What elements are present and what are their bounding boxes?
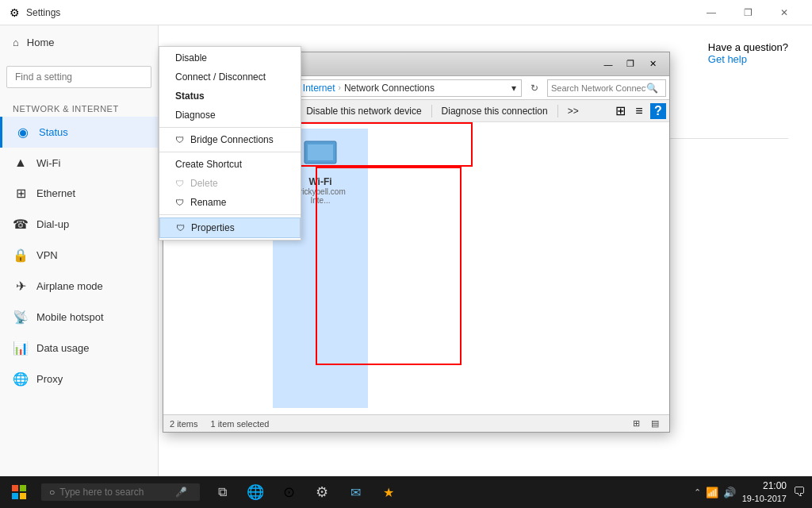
ctx-bridge[interactable]: 🛡 Bridge Connections <box>159 130 301 149</box>
search-input[interactable] <box>6 66 151 88</box>
nc-win-controls: — ❐ ✕ <box>596 56 663 73</box>
context-menu: Disable Connect / Disconnect Status Diag… <box>159 46 301 241</box>
sidebar-item-home[interactable]: ⌂ Home <box>0 25 158 60</box>
home-icon: ⌂ <box>13 37 19 48</box>
view-toggle2[interactable]: ≡ <box>631 103 647 119</box>
nc-refresh-button[interactable]: ↻ <box>525 79 544 98</box>
proxy-label: Proxy <box>36 373 63 385</box>
ctx-status[interactable]: Status <box>159 87 301 106</box>
chevron-icon[interactable]: ⌃ <box>694 487 701 498</box>
taskbar-mic-icon: 🎤 <box>175 487 187 498</box>
ctx-status-label: Status <box>175 90 205 102</box>
toolbar-sep3 <box>431 105 432 117</box>
ctx-sep2 <box>159 152 301 152</box>
sidebar-item-data-usage[interactable]: 📊 Data usage <box>0 333 158 364</box>
nc-minimize-button[interactable]: — <box>598 56 619 73</box>
nc-search-container: 🔍 <box>547 79 666 97</box>
taskbar: ○ 🎤 ⧉ 🌐 ⊙ ⚙ ✉ ★ ⌃ 📶 🔊 21:00 19-10-2017 🗨 <box>0 476 812 508</box>
settings-titlebar: ⚙ Settings — ❐ ✕ <box>0 0 812 25</box>
settings-maximize-button[interactable]: ❐ <box>730 0 766 25</box>
start-button[interactable] <box>0 476 38 508</box>
settings-icon[interactable]: ⚙ <box>306 476 338 508</box>
taskbar-search-input[interactable] <box>59 487 170 498</box>
system-time[interactable]: 21:00 19-10-2017 <box>742 479 787 505</box>
airplane-label: Airplane mode <box>36 280 103 292</box>
ctx-properties[interactable]: 🛡 Properties <box>159 217 301 238</box>
ethernet-icon: ⊞ <box>13 186 29 201</box>
mail-icon[interactable]: ✉ <box>339 476 371 508</box>
ctx-properties-shield: 🛡 <box>176 223 185 233</box>
ctx-rename[interactable]: 🛡 Rename <box>159 193 301 212</box>
nc-close-button[interactable]: ✕ <box>642 56 663 73</box>
sidebar-item-ethernet[interactable]: ⊞ Ethernet <box>0 178 158 209</box>
notification-button[interactable]: 🗨 <box>793 485 806 499</box>
sidebar-item-dialup[interactable]: ☎ Dial-up <box>0 209 158 240</box>
view-toggle1[interactable]: ⊞ <box>612 103 628 119</box>
disable-device-button[interactable]: Disable this network device <box>300 104 427 118</box>
ctx-rename-label: Rename <box>190 197 226 208</box>
ctx-shortcut[interactable]: Create Shortcut <box>159 155 301 174</box>
time-display: 21:00 <box>742 479 787 493</box>
ctx-connect[interactable]: Connect / Disconnect <box>159 67 301 87</box>
ctx-disable[interactable]: Disable <box>159 48 301 67</box>
edge-icon[interactable]: 🌐 <box>239 476 271 508</box>
svg-rect-8 <box>12 493 18 499</box>
ctx-rename-shield: 🛡 <box>175 198 184 207</box>
nc-view-controls: ⊞ ≡ ? <box>612 103 666 119</box>
sidebar-item-vpn[interactable]: 🔒 VPN <box>0 240 158 271</box>
sidebar-item-status[interactable]: ◉ Status <box>0 117 158 148</box>
hotspot-icon: 📡 <box>13 310 29 325</box>
data-label: Data usage <box>36 342 90 354</box>
taskview-button[interactable]: ⧉ <box>206 476 238 508</box>
help-button[interactable]: ? <box>650 103 666 119</box>
more-button[interactable]: >> <box>561 104 585 118</box>
settings-win-controls: — ❐ ✕ <box>693 0 802 25</box>
wifi-detail1: Trickybell.com <box>295 187 346 196</box>
svg-rect-6 <box>12 485 18 491</box>
diagnose-button[interactable]: Diagnose this connection <box>435 104 554 118</box>
chrome-icon[interactable]: ⊙ <box>273 476 304 508</box>
sidebar: ⌂ Home Network & Internet ◉ Status ▲ Wi-… <box>0 25 159 476</box>
ctx-delete-label: Delete <box>190 178 218 189</box>
wifi-label: Wi-Fi <box>36 157 60 169</box>
taskbar-search[interactable]: ○ 🎤 <box>41 483 200 501</box>
wifi-adapter-name: Wi-Fi <box>308 176 331 187</box>
sidebar-item-wifi[interactable]: ▲ Wi-Fi <box>0 148 158 178</box>
sidebar-item-hotspot[interactable]: 📡 Mobile hotspot <box>0 302 158 333</box>
settings-close-button[interactable]: ✕ <box>766 0 802 25</box>
vpn-icon: 🔒 <box>13 248 29 263</box>
hotspot-label: Mobile hotspot <box>36 311 104 323</box>
nc-maximize-button[interactable]: ❐ <box>620 56 641 73</box>
nc-search-input[interactable] <box>551 83 646 93</box>
ctx-properties-label: Properties <box>191 222 235 233</box>
sidebar-section-label: Network & Internet <box>0 94 158 117</box>
ctx-diagnose[interactable]: Diagnose <box>159 106 301 125</box>
ctx-diagnose-label: Diagnose <box>175 110 216 121</box>
settings-minimize-button[interactable]: — <box>693 0 730 25</box>
dialup-icon: ☎ <box>13 217 29 232</box>
sidebar-item-airplane[interactable]: ✈ Airplane mode <box>0 271 158 302</box>
get-help-link[interactable]: Get help <box>708 53 747 65</box>
statusbar-view1[interactable]: ⊞ <box>628 416 644 432</box>
network-status-icon[interactable]: 📶 <box>706 487 718 498</box>
sidebar-item-proxy[interactable]: 🌐 Proxy <box>0 364 158 394</box>
ctx-disable-label: Disable <box>175 52 207 64</box>
svg-rect-9 <box>20 493 26 499</box>
taskbar-app-icons: ⧉ 🌐 ⊙ ⚙ ✉ ★ <box>206 476 404 508</box>
statusbar-view2[interactable]: ▤ <box>647 416 663 432</box>
help-section: Have a question? Get help <box>708 41 788 65</box>
sys-tray-icons: ⌃ 📶 🔊 <box>694 487 736 498</box>
status-label: Status <box>39 126 68 138</box>
volume-icon[interactable]: 🔊 <box>723 487 736 498</box>
ctx-shortcut-label: Create Shortcut <box>175 159 242 170</box>
misc-icon[interactable]: ★ <box>373 476 404 508</box>
items-count: 2 items <box>170 419 197 429</box>
ctx-connect-label: Connect / Disconnect <box>175 71 266 83</box>
sidebar-search-container <box>0 60 158 94</box>
ctx-delete-shield: 🛡 <box>175 179 184 188</box>
wifi-icon: ▲ <box>13 156 29 170</box>
vpn-label: VPN <box>36 249 58 261</box>
ctx-bridge-label: Bridge Connections <box>190 134 274 145</box>
breadcrumb-item2: Network Connections <box>344 83 435 94</box>
breadcrumb-dropdown[interactable]: ▾ <box>511 83 516 94</box>
